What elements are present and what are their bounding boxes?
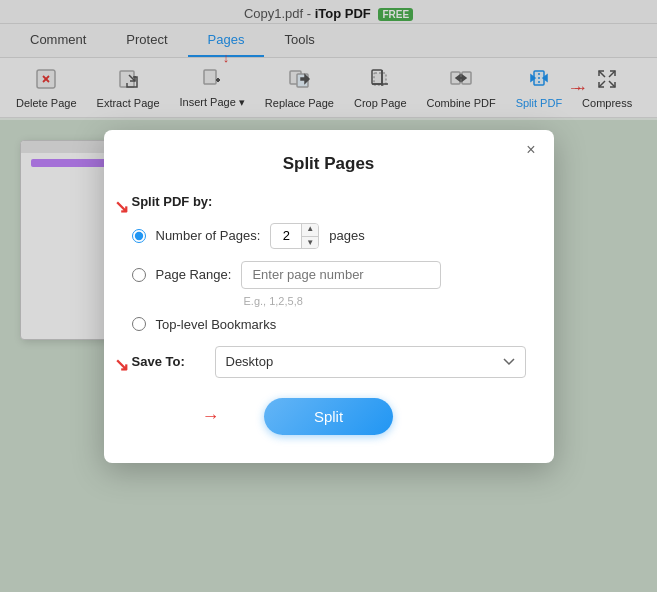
option-number-of-pages: Number of Pages: ▲ ▼ pages <box>132 223 526 249</box>
section-container: ↘ Split PDF by: <box>132 194 526 209</box>
radio-number-of-pages[interactable] <box>132 229 146 243</box>
number-spinners: ▲ ▼ <box>301 223 318 249</box>
save-to-select[interactable]: Desktop Documents Downloads Browse... <box>215 346 526 378</box>
split-button-row: → Split <box>132 398 526 435</box>
save-to-row: Save To: Desktop Documents Downloads Bro… <box>132 346 526 378</box>
radio-page-range[interactable] <box>132 268 146 282</box>
radio-bookmarks[interactable] <box>132 317 146 331</box>
spin-up-button[interactable]: ▲ <box>302 223 318 236</box>
page-range-label: Page Range: <box>156 267 232 282</box>
option-page-range: Page Range: <box>132 261 526 289</box>
modal-overlay: × Split Pages ↘ Split PDF by: Number of … <box>0 0 657 592</box>
section-label: Split PDF by: <box>132 194 526 209</box>
option-bookmarks: Top-level Bookmarks <box>132 317 526 332</box>
red-arrow-split: ↘ <box>114 196 129 218</box>
pages-suffix: pages <box>329 228 364 243</box>
number-input-wrapper: ▲ ▼ <box>270 223 319 249</box>
number-of-pages-label: Number of Pages: <box>156 228 261 243</box>
spin-down-button[interactable]: ▼ <box>302 236 318 249</box>
modal-close-button[interactable]: × <box>520 140 541 160</box>
modal-title: Split Pages <box>132 154 526 174</box>
page-range-input[interactable] <box>241 261 441 289</box>
split-pages-modal: × Split Pages ↘ Split PDF by: Number of … <box>104 130 554 463</box>
save-to-label: Save To: <box>132 354 207 369</box>
save-section: ↘ Save To: Desktop Documents Downloads B… <box>132 346 526 378</box>
red-arrow-split-btn: → <box>202 406 220 427</box>
page-range-hint: E.g., 1,2,5,8 <box>244 295 526 307</box>
bookmarks-label: Top-level Bookmarks <box>156 317 277 332</box>
split-button[interactable]: Split <box>264 398 393 435</box>
number-of-pages-input[interactable] <box>271 228 301 243</box>
red-arrow-save: ↘ <box>114 354 129 376</box>
